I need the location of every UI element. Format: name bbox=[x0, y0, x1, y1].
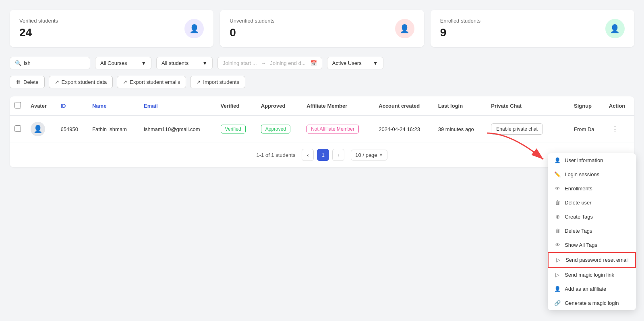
per-page-select[interactable]: 10 / page ▼ bbox=[351, 150, 387, 160]
export-icon: ↗ bbox=[55, 79, 59, 85]
stats-row: Verified students 24 👤 Unverified studen… bbox=[10, 10, 634, 47]
row-affiliate-cell: Not Affiliate Member bbox=[302, 116, 374, 142]
context-menu: 👤 User information ✏️ Login sessions 👁 E… bbox=[548, 153, 636, 177]
stat-value-enrolled: 9 bbox=[440, 26, 480, 39]
table-header-row: Avater ID Name Email Verified Approved A… bbox=[10, 96, 634, 116]
verified-badge: Verified bbox=[221, 125, 246, 133]
stat-icon-verified: 👤 bbox=[184, 19, 204, 38]
col-affiliate: Affiliate Member bbox=[302, 96, 374, 116]
stat-value-verified: 24 bbox=[19, 26, 58, 39]
row-private-chat-cell: Enable private chat bbox=[486, 116, 558, 142]
search-input[interactable] bbox=[24, 60, 85, 66]
search-box[interactable]: 🔍 bbox=[10, 57, 90, 69]
col-verified: Verified bbox=[216, 96, 256, 116]
col-approved: Approved bbox=[256, 96, 302, 116]
row-account-created-cell: 2024-04-24 16:23 bbox=[374, 116, 433, 142]
students-filter[interactable]: All students ▼ bbox=[156, 57, 213, 69]
students-table-wrapper: Avater ID Name Email Verified Approved A… bbox=[10, 96, 634, 167]
approved-badge: Approved bbox=[261, 125, 290, 133]
col-name: Name bbox=[87, 96, 139, 116]
row-approved-cell: Approved bbox=[256, 116, 302, 142]
col-id: ID bbox=[56, 96, 87, 116]
avatar: 👤 bbox=[31, 122, 45, 136]
page-1-button[interactable]: 1 bbox=[317, 149, 329, 161]
pagination-info: 1-1 of 1 students bbox=[257, 152, 296, 158]
select-all-checkbox[interactable] bbox=[14, 102, 21, 108]
col-private-chat: Private Chat bbox=[486, 96, 558, 116]
stat-icon-enrolled: 👤 bbox=[605, 19, 625, 38]
students-table: Avater ID Name Email Verified Approved A… bbox=[10, 96, 634, 142]
col-account-created: Account created bbox=[374, 96, 433, 116]
export-data-button[interactable]: ↗ Export student data bbox=[49, 76, 113, 88]
import-students-button[interactable]: ↗ Import students bbox=[190, 76, 245, 88]
users-filter[interactable]: Active Users ▼ bbox=[327, 57, 383, 69]
col-signup: Signup bbox=[569, 96, 604, 116]
affiliate-badge: Not Affiliate Member bbox=[306, 125, 359, 133]
prev-page-button[interactable]: ‹ bbox=[302, 149, 314, 161]
user-info-label: User information bbox=[565, 157, 603, 163]
login-sessions-icon: ✏️ bbox=[554, 171, 561, 177]
col-action: Action bbox=[604, 96, 634, 116]
menu-item-user-info[interactable]: 👤 User information bbox=[548, 153, 636, 167]
login-sessions-label: Login sessions bbox=[565, 171, 599, 177]
row-spacer-cell bbox=[558, 116, 569, 142]
col-last-login: Last login bbox=[433, 96, 486, 116]
row-avatar-cell: 👤 bbox=[26, 116, 56, 142]
stat-value-unverified: 0 bbox=[230, 26, 274, 39]
chevron-down-icon: ▼ bbox=[373, 60, 378, 66]
enable-private-chat-button[interactable]: Enable private chat bbox=[491, 123, 543, 135]
menu-item-login-sessions[interactable]: ✏️ Login sessions bbox=[548, 167, 636, 177]
row-checkbox[interactable] bbox=[14, 125, 21, 132]
chevron-down-icon: ▼ bbox=[202, 60, 207, 66]
delete-button[interactable]: 🗑 Delete bbox=[10, 76, 45, 88]
user-info-icon: 👤 bbox=[554, 157, 561, 163]
calendar-icon: 📅 bbox=[311, 60, 317, 66]
date-range-filter[interactable]: Joining start ... → Joining end d... 📅 bbox=[217, 57, 322, 69]
stat-label-verified: Verified students bbox=[19, 18, 58, 24]
import-icon: ↗ bbox=[196, 79, 201, 85]
row-checkbox-cell[interactable] bbox=[10, 116, 26, 142]
stat-card-unverified: Unverified students 0 👤 bbox=[220, 10, 424, 47]
col-avatar: Avater bbox=[26, 96, 56, 116]
chevron-down-icon: ▼ bbox=[379, 152, 383, 157]
filters-row: 🔍 All Courses ▼ All students ▼ Joining s… bbox=[10, 57, 634, 69]
row-email-cell: ishmam110@gmail.com bbox=[139, 116, 216, 142]
stat-icon-unverified: 👤 bbox=[395, 19, 414, 38]
row-name-cell: Fathin Ishmam bbox=[87, 116, 139, 142]
chevron-down-icon: ▼ bbox=[141, 60, 146, 66]
table-row: 👤 654950 Fathin Ishmam ishmam110@gmail.c… bbox=[10, 116, 634, 142]
stat-card-verified: Verified students 24 👤 bbox=[10, 10, 213, 47]
next-page-button[interactable]: › bbox=[332, 149, 344, 161]
row-action-cell[interactable]: ⋮ bbox=[604, 116, 634, 142]
col-spacer bbox=[558, 96, 569, 116]
stat-card-enrolled: Enrolled students 9 👤 bbox=[431, 10, 634, 47]
stat-label-unverified: Unverified students bbox=[230, 18, 274, 24]
action-menu-button[interactable]: ⋮ bbox=[609, 124, 621, 134]
row-verified-cell: Verified bbox=[216, 116, 256, 142]
courses-filter[interactable]: All Courses ▼ bbox=[95, 57, 151, 69]
row-last-login-cell: 39 minutes ago bbox=[433, 116, 486, 142]
export-icon: ↗ bbox=[123, 79, 127, 85]
col-checkbox bbox=[10, 96, 26, 116]
search-icon: 🔍 bbox=[15, 60, 21, 66]
trash-icon: 🗑 bbox=[16, 79, 21, 85]
col-email: Email bbox=[139, 96, 216, 116]
export-emails-button[interactable]: ↗ Export student emails bbox=[117, 76, 186, 88]
actions-row: 🗑 Delete ↗ Export student data ↗ Export … bbox=[10, 76, 634, 88]
row-signup-cell: From Da bbox=[569, 116, 604, 142]
pagination-row: 1-1 of 1 students ‹ 1 › 10 / page ▼ bbox=[10, 142, 634, 167]
row-id-cell: 654950 bbox=[56, 116, 87, 142]
stat-label-enrolled: Enrolled students bbox=[440, 18, 480, 24]
